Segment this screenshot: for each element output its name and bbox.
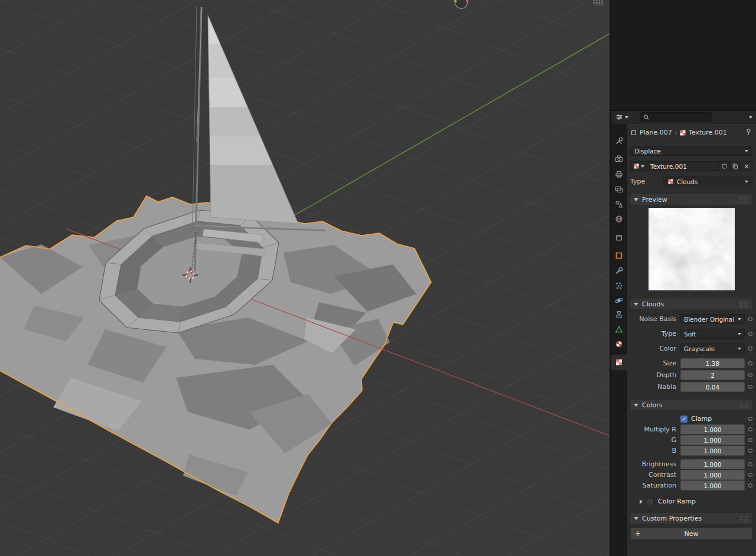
outliner-region[interactable]	[610, 0, 756, 110]
tab-render[interactable]	[611, 151, 627, 166]
animate-dot[interactable]	[748, 438, 752, 442]
chevron-down-icon	[641, 165, 644, 168]
multiply-r-field[interactable]: 1.000	[680, 424, 745, 434]
tab-world[interactable]	[611, 211, 627, 227]
animate-dot[interactable]	[748, 483, 752, 488]
texture-type-dropdown[interactable]: Clouds	[663, 176, 752, 187]
search-input[interactable]	[651, 114, 702, 120]
panel-header-colors[interactable]: Colors ⣿⣿	[630, 400, 752, 410]
saturation-field[interactable]: 1.000	[680, 480, 745, 490]
color-ramp-row[interactable]: Color Ramp	[630, 498, 752, 505]
drag-handle-icon[interactable]: ⣿⣿	[739, 402, 749, 408]
blender-window: Plane.007 › Texture.001 Displace	[0, 0, 756, 556]
size-field[interactable]: 1.38	[680, 358, 745, 368]
panel-header-clouds[interactable]: Clouds ⣿⣿	[630, 299, 752, 309]
contrast-field[interactable]: 1.000	[680, 470, 745, 480]
panel-header-preview[interactable]: Preview ⣿⣿	[630, 194, 752, 205]
clouds-preview-image	[649, 208, 735, 290]
brightness-field[interactable]: 1.000	[680, 459, 745, 469]
modifier-name: Displace	[634, 148, 661, 155]
texture-icon	[667, 178, 674, 185]
3d-viewport[interactable]	[0, 0, 610, 556]
animate-dot[interactable]	[748, 449, 752, 453]
texture-preview[interactable]	[648, 207, 735, 291]
animate-dot[interactable]	[748, 317, 752, 321]
color-mode-dropdown[interactable]: Grayscale	[680, 344, 745, 354]
texture-icon	[679, 129, 686, 136]
tab-particles[interactable]	[611, 278, 627, 293]
tab-object-data[interactable]	[611, 322, 627, 337]
depth-field[interactable]: 2	[680, 370, 745, 380]
bcs-stack: Brightness 1.000 Contrast 1.000 Saturati…	[630, 459, 752, 490]
chevron-down-icon	[745, 150, 748, 152]
chevron-down-icon	[634, 198, 638, 201]
modifier-dropdown[interactable]: Displace	[630, 146, 752, 156]
setting-row: Multiply R 1.000	[630, 424, 752, 434]
object-icon	[630, 129, 637, 136]
animate-dot[interactable]	[748, 346, 752, 351]
animate-dot[interactable]	[748, 373, 752, 377]
animate-dot[interactable]	[748, 361, 752, 365]
pin-icon[interactable]	[745, 128, 752, 138]
properties-header	[611, 111, 756, 124]
tab-collection[interactable]	[611, 230, 627, 246]
tab-modifiers[interactable]	[611, 263, 627, 279]
brightness-label: Brightness	[630, 460, 680, 468]
setting-row: Type Soft	[630, 329, 752, 339]
duplicate-button[interactable]	[729, 162, 741, 171]
nabla-field[interactable]: 0.04	[680, 382, 745, 392]
animate-dot[interactable]	[748, 417, 752, 421]
tab-material[interactable]	[611, 336, 627, 352]
new-button-label: New	[685, 530, 699, 538]
tab-tool[interactable]	[611, 133, 627, 149]
chevron-down-icon	[634, 404, 638, 407]
noise-basis-dropdown[interactable]: Blender Original	[680, 314, 745, 324]
unlink-button[interactable]: ×	[741, 162, 752, 171]
tab-constraints[interactable]	[611, 307, 627, 322]
texture-name-field[interactable]: Texture.001	[647, 163, 718, 170]
texture-datablock-row: Texture.001 ×	[630, 161, 752, 171]
drag-handle-icon[interactable]: ⣿⣿	[739, 197, 749, 203]
setting-row: Color Grayscale	[630, 344, 752, 354]
drag-handle-icon[interactable]: ⣿⣿	[739, 301, 749, 308]
setting-row: Depth 2	[630, 370, 752, 380]
drag-handle-icon[interactable]: ⣿⣿	[739, 515, 749, 522]
breadcrumb-texture[interactable]: Texture.001	[689, 129, 727, 136]
multiply-b-field[interactable]: 1.000	[680, 446, 745, 456]
panel-header-custom-properties[interactable]: Custom Properties ⣿⣿	[630, 513, 752, 524]
animate-dot[interactable]	[748, 462, 752, 466]
tab-physics[interactable]	[611, 293, 627, 308]
texture-browse-button[interactable]	[631, 162, 647, 171]
multiply-b-label: B	[630, 447, 680, 454]
panel-title: Clouds	[642, 300, 664, 308]
tab-texture[interactable]	[611, 355, 627, 370]
animate-dot[interactable]	[748, 473, 752, 477]
fake-user-button[interactable]	[718, 162, 729, 171]
properties-content: Plane.007 › Texture.001 Displace	[627, 124, 756, 556]
setting-row: Contrast 1.000	[630, 470, 752, 480]
chevron-down-icon	[634, 517, 638, 520]
animate-dot[interactable]	[748, 427, 752, 431]
tab-output[interactable]	[611, 166, 627, 182]
color-ramp-checkbox[interactable]	[647, 498, 654, 505]
animate-dot[interactable]	[748, 332, 752, 336]
new-custom-property-button[interactable]: + New	[630, 528, 752, 539]
multiply-g-field[interactable]: 1.000	[680, 435, 745, 445]
filter-dropdown-icon[interactable]	[749, 116, 752, 119]
setting-row: B 1.000	[630, 446, 752, 456]
tab-object[interactable]	[611, 248, 627, 263]
editor-type-button[interactable]	[615, 113, 628, 122]
chevron-down-icon	[625, 116, 628, 119]
search-icon	[643, 114, 650, 120]
tab-view-layer[interactable]	[611, 182, 627, 197]
plus-icon: +	[635, 528, 641, 539]
breadcrumb-object[interactable]: Plane.007	[640, 129, 672, 136]
setting-row: Nabla 0.04	[630, 382, 752, 392]
search-field[interactable]	[640, 112, 712, 122]
tab-scene[interactable]	[611, 197, 627, 212]
setting-row: Noise Basis Blender Original	[630, 314, 752, 324]
clamp-checkbox[interactable]: ✓	[680, 416, 687, 423]
nabla-label: Nabla	[630, 383, 680, 391]
noise-type-dropdown[interactable]: Soft	[680, 329, 745, 339]
animate-dot[interactable]	[748, 385, 752, 389]
